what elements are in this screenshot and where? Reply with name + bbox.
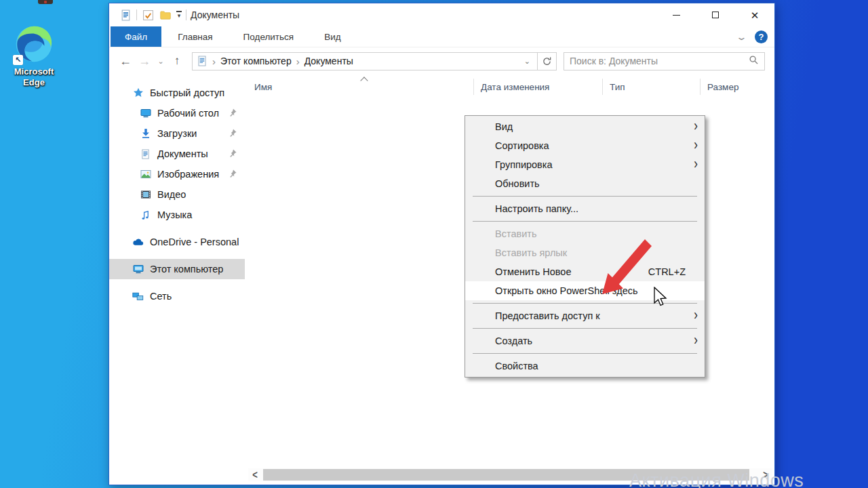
sidebar-item-onedrive[interactable]: OneDrive - Personal [109,232,245,252]
menu-item-label: Отменить Новое [495,266,572,277]
customize-toolbar-dropdown-icon[interactable]: ▾ [176,11,182,19]
sidebar-item-label: Документы [157,148,208,159]
menu-item-label: Предоставить доступ к [495,310,600,321]
properties-check-icon[interactable] [141,8,155,22]
back-button[interactable]: ← [116,54,135,68]
menu-item-undo-new[interactable]: Отменить НовоеCTRL+Z [465,262,705,281]
sidebar-item-documents[interactable]: Документы [109,144,245,164]
forward-button[interactable]: → [135,54,154,68]
sidebar-item-label: Сеть [150,291,172,302]
edge-icon-label: Microsoft Edge [8,66,60,89]
close-button[interactable]: ✕ [735,3,774,26]
sidebar-gap [109,279,245,286]
menu-item-give-access[interactable]: Предоставить доступ к› [465,306,705,325]
expand-ribbon-icon[interactable]: ⌄ [736,32,747,42]
sidebar-item-network[interactable]: Сеть [109,286,245,306]
help-icon[interactable]: ? [755,30,768,43]
menu-item-refresh[interactable]: Обновить [465,174,705,193]
pin-icon [228,108,238,118]
menu-item-properties[interactable]: Свойства [465,357,705,375]
tab-share[interactable]: Поделиться [229,26,309,47]
refresh-button[interactable] [538,52,557,70]
video-icon [140,189,151,201]
tab-home[interactable]: Главная [163,26,226,47]
tab-file[interactable]: Файл [111,26,161,47]
downloads-icon [140,128,151,140]
submenu-chevron-icon: › [694,308,698,325]
recent-locations-dropdown-icon[interactable]: ⌄ [154,57,167,66]
edge-logo-icon: ↖ [14,24,54,64]
sidebar-item-label: Загрузки [157,128,197,139]
scroll-left-icon[interactable]: < [248,468,262,482]
sidebar-item-videos[interactable]: Видео [109,184,245,205]
sidebar-item-desktop[interactable]: Рабочий стол [109,103,245,123]
breadcrumb-documents[interactable]: Документы [304,56,353,66]
menu-item-label: Вставить [495,228,536,239]
column-header-label: Дата изменения [481,82,549,92]
address-bar[interactable]: › Этот компьютер › Документы ⌄ [192,52,538,70]
document-icon [140,148,151,160]
sidebar-item-label: Видео [157,189,186,200]
menu-item-customize-folder[interactable]: Настроить папку... [465,199,705,218]
column-header-label: Имя [254,82,272,92]
address-dropdown-icon[interactable]: ⌄ [520,57,534,66]
partial-desktop-icon [38,0,53,4]
maximize-button[interactable] [696,3,735,26]
menu-item-label: Вставить ярлык [495,247,567,258]
onedrive-icon [132,237,144,248]
quick-access-toolbar: ▾ [109,8,186,22]
breadcrumb-separator: › [292,56,304,67]
menu-item-label: Настроить папку... [495,203,578,214]
column-header-type[interactable]: Тип [602,79,700,95]
search-placeholder: Поиск в: Документы [570,56,658,66]
sidebar-item-quick-access[interactable]: Быстрый доступ [109,83,245,103]
column-header-label: Тип [610,82,625,92]
up-button[interactable]: ↑ [167,54,186,68]
annotation-arrow-icon [595,239,656,302]
tab-view[interactable]: Вид [310,26,355,47]
menu-item-label: Группировка [495,159,553,170]
titlebar[interactable]: ▾ Документы ✕ [109,3,774,26]
sidebar-item-downloads[interactable]: Загрузки [109,123,245,144]
menu-separator [473,328,697,329]
menu-separator [473,221,697,222]
sidebar-item-music[interactable]: Музыка [109,205,245,225]
sidebar-item-label: Изображения [157,169,219,180]
toolbar-separator [186,9,186,20]
location-document-icon [197,56,208,66]
ribbon-tabs: ФайлГлавнаяПоделитьсяВид ⌄ ? [109,26,774,47]
menu-item-group[interactable]: Группировка› [465,155,705,174]
search-input[interactable]: Поиск в: Документы [564,52,765,70]
menu-item-new[interactable]: Создать› [465,331,705,350]
sidebar-gap [109,225,245,232]
music-icon [140,209,151,221]
pin-icon [228,148,238,159]
computer-icon [132,264,144,275]
activation-watermark: Активация Windows [629,470,804,488]
sidebar-item-this-pc[interactable]: Этот компьютер [109,259,245,279]
menu-item-open-powershell[interactable]: Открыть окно PowerShell здесь [465,281,705,300]
menu-item-label: Сортировка [495,140,549,151]
submenu-chevron-icon: › [694,157,698,174]
document-icon[interactable] [119,8,132,22]
search-icon[interactable] [749,55,759,68]
menu-item-sort[interactable]: Сортировка› [465,136,705,155]
new-folder-icon[interactable] [159,8,172,22]
sidebar-item-label: Быстрый доступ [150,87,224,98]
menu-item-paste: Вставить [465,224,705,243]
breadcrumb-this-pc[interactable]: Этот компьютер [220,56,292,66]
pin-icon [228,169,238,179]
navigation-bar: ← → ⌄ ↑ › Этот компьютер › Документы ⌄ П… [109,47,774,75]
sidebar-item-pictures[interactable]: Изображения [109,164,245,184]
sidebar-gap [109,252,245,259]
navigation-pane: Быстрый доступРабочий столЗагрузкиДокуме… [109,75,245,485]
menu-item-label: Вид [495,121,513,132]
column-header-size[interactable]: Размер [700,79,768,95]
column-header-label: Размер [707,82,738,92]
sort-ascending-icon[interactable] [361,77,368,83]
minimize-button[interactable] [656,3,696,26]
shortcut-arrow-icon: ↖ [13,55,23,65]
column-header-date-modified[interactable]: Дата изменения [473,79,602,95]
menu-item-view[interactable]: Вид› [465,117,705,136]
desktop-icon-microsoft-edge[interactable]: ↖ Microsoft Edge [8,24,60,89]
